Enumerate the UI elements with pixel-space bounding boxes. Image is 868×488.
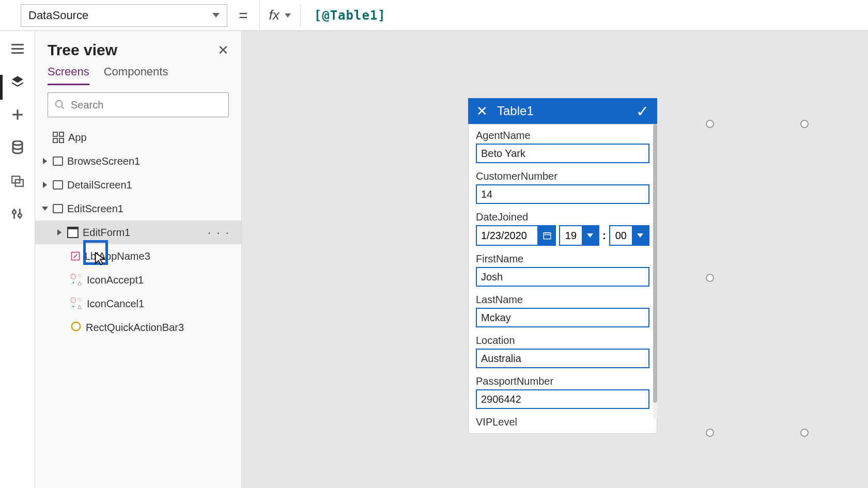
field-label-datejoined: DateJoined xyxy=(476,211,649,223)
more-options-icon[interactable]: · · · xyxy=(208,225,230,240)
form-body: AgentName Beto Yark CustomerNumber 14 Da… xyxy=(468,124,657,434)
form-icon xyxy=(67,227,79,238)
input-lastname[interactable]: Mckay xyxy=(476,308,649,327)
field-label-customernumber: CustomerNumber xyxy=(476,170,649,182)
selection-handle[interactable] xyxy=(706,120,714,128)
close-icon[interactable]: ✕ xyxy=(476,103,488,119)
tree-label: RectQuickActionBar3 xyxy=(86,322,184,334)
chevron-down-icon xyxy=(582,226,598,245)
field-label-location: Location xyxy=(476,335,649,347)
hamburger-icon[interactable] xyxy=(10,42,25,55)
svg-point-13 xyxy=(72,322,81,330)
fx-label: fx xyxy=(269,7,280,23)
media-icon[interactable] xyxy=(10,175,25,187)
minute-dropdown[interactable]: 00 xyxy=(609,225,649,246)
mobile-preview[interactable]: ✕ Table1 ✓ AgentName Beto Yark CustomerN… xyxy=(468,98,657,434)
fx-button[interactable]: fx xyxy=(260,4,301,27)
canvas: ✕ Table1 ✓ AgentName Beto Yark CustomerN… xyxy=(242,31,868,488)
app-icon xyxy=(53,132,64,143)
property-dropdown[interactable]: DataSource xyxy=(21,4,227,27)
tree-item-lblappname[interactable]: LblAppName3 xyxy=(35,244,241,268)
formula-bar: DataSource = fx [@Table1] xyxy=(0,0,868,31)
selection-handle[interactable] xyxy=(706,429,714,437)
selection-handle[interactable] xyxy=(800,429,809,437)
hour-value: 19 xyxy=(560,230,582,242)
input-passport[interactable]: 2906442 xyxy=(476,389,649,409)
formula-area: fx [@Table1] xyxy=(259,0,386,30)
screen-icon xyxy=(53,156,63,166)
screen-icon xyxy=(53,204,63,213)
label-icon xyxy=(70,251,81,261)
tree-label: BrowseScreen1 xyxy=(67,155,140,167)
tab-row: Screens Components xyxy=(35,65,241,85)
tree-list: App BrowseScreen1 DetailScreen1 EditScre… xyxy=(35,120,241,339)
tree-label: IconCancel1 xyxy=(87,298,144,310)
tree-item-iconcancel[interactable]: ◯♡ +△ IconCancel1 xyxy=(35,292,241,316)
tree-item-app[interactable]: App xyxy=(35,125,241,149)
svg-point-7 xyxy=(12,211,16,214)
formula-input[interactable]: [@Table1] xyxy=(306,8,386,23)
property-name: DataSource xyxy=(28,9,88,22)
tree-item-browsescreen[interactable]: BrowseScreen1 xyxy=(35,149,241,173)
scrollbar-thumb[interactable] xyxy=(653,124,657,403)
input-firstname[interactable]: Josh xyxy=(476,267,649,287)
field-label-viplevel: VIPLevel xyxy=(476,416,649,428)
chevron-right-icon[interactable] xyxy=(41,182,49,188)
icon-group-icon: ◯♡ +△ xyxy=(70,297,83,310)
tab-components[interactable]: Components xyxy=(104,65,168,85)
svg-point-9 xyxy=(18,214,22,217)
svg-rect-14 xyxy=(544,233,551,239)
left-rail xyxy=(0,31,35,488)
input-agentname[interactable]: Beto Yark xyxy=(476,144,649,163)
search-icon xyxy=(54,99,66,111)
chevron-down-icon xyxy=(285,13,291,18)
insert-icon[interactable] xyxy=(10,108,25,121)
tree-label: App xyxy=(68,132,87,144)
icon-group-icon: ◯♡ +△ xyxy=(70,274,83,286)
tree-item-rectquick[interactable]: RectQuickActionBar3 xyxy=(35,316,241,339)
tree-item-editform[interactable]: EditForm1 · · · xyxy=(35,221,241,244)
rectangle-icon xyxy=(70,321,82,335)
chevron-right-icon[interactable] xyxy=(56,229,63,235)
tree-item-editscreen[interactable]: EditScreen1 xyxy=(35,197,241,221)
tree-label: DetailScreen1 xyxy=(67,179,132,191)
svg-point-3 xyxy=(13,141,22,145)
panel-title: Tree view xyxy=(48,41,117,59)
input-customernumber[interactable]: 14 xyxy=(476,184,649,204)
field-label-firstname: FirstName xyxy=(476,253,649,265)
search-placeholder: Search xyxy=(71,99,103,111)
field-label-passport: PassportNumber xyxy=(476,375,649,387)
selection-handle[interactable] xyxy=(800,120,809,128)
screen-icon xyxy=(53,180,63,190)
input-date[interactable]: 1/23/2020 xyxy=(476,225,538,246)
tree-label: IconAccept1 xyxy=(87,274,144,286)
search-input[interactable]: Search xyxy=(48,92,229,117)
calendar-icon[interactable] xyxy=(538,225,556,246)
tools-icon[interactable] xyxy=(10,208,25,220)
close-icon[interactable]: ✕ xyxy=(218,42,229,58)
minute-value: 00 xyxy=(610,230,632,242)
tree-item-iconaccept[interactable]: ◯♡ +△ IconAccept1 xyxy=(35,268,241,292)
tree-label: LblAppName3 xyxy=(85,250,150,262)
accept-icon[interactable]: ✓ xyxy=(636,102,649,120)
tree-item-detailscreen[interactable]: DetailScreen1 xyxy=(35,173,241,197)
hour-dropdown[interactable]: 19 xyxy=(559,225,599,246)
mobile-header: ✕ Table1 ✓ xyxy=(468,98,657,124)
tree-view-icon[interactable] xyxy=(10,75,25,88)
field-label-agentname: AgentName xyxy=(476,130,649,141)
selection-handle[interactable] xyxy=(706,274,714,282)
svg-line-11 xyxy=(61,106,64,109)
chevron-down-icon[interactable] xyxy=(41,207,49,211)
chevron-down-icon xyxy=(632,226,648,245)
tree-label: EditForm1 xyxy=(83,227,130,239)
active-indicator xyxy=(0,75,3,100)
tab-screens[interactable]: Screens xyxy=(48,65,89,85)
svg-marker-0 xyxy=(12,76,23,83)
input-location[interactable]: Australia xyxy=(476,349,649,368)
tree-label: EditScreen1 xyxy=(67,203,123,215)
time-separator: : xyxy=(602,230,606,242)
chevron-right-icon[interactable] xyxy=(41,158,49,164)
data-icon[interactable] xyxy=(10,141,25,154)
svg-point-10 xyxy=(56,101,63,107)
header-title: Table1 xyxy=(497,104,534,118)
